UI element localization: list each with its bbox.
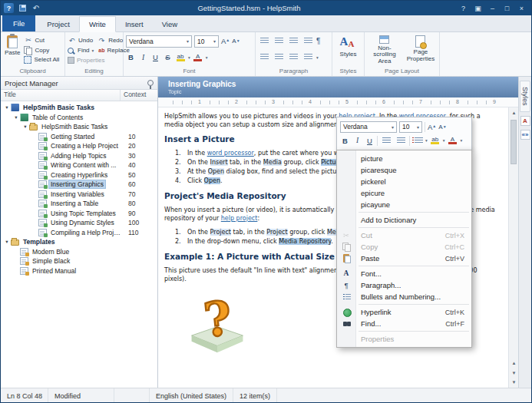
scrollbar-thumb[interactable]: [511, 120, 517, 164]
mini-bullet-list-button[interactable]: [412, 137, 423, 144]
strikethrough-button[interactable]: S: [163, 51, 173, 63]
find-button[interactable]: Find▾: [68, 45, 94, 55]
tree-item-table-of-contents[interactable]: ▾Table of Contents: [1, 113, 157, 123]
select-all-button[interactable]: Select All: [24, 55, 59, 64]
status-language[interactable]: English (United States): [150, 388, 233, 403]
tree-item-adding-help-topics[interactable]: Adding Help Topics30: [1, 151, 157, 161]
cut-button[interactable]: ✂Cut: [24, 35, 59, 45]
menu-item-picture[interactable]: picture: [337, 153, 471, 164]
underline-button[interactable]: U: [150, 51, 160, 63]
mini-highlight-button[interactable]: ab: [430, 137, 441, 144]
decrease-indent-button[interactable]: [287, 35, 299, 47]
tree-item-inserting-variables[interactable]: Inserting Variables70: [1, 190, 157, 200]
line-spacing-button[interactable]: ▾: [316, 55, 319, 60]
menu-item-epicure[interactable]: epicure: [337, 187, 471, 199]
copy-button[interactable]: Copy: [24, 45, 59, 55]
doc-link[interactable]: word processor: [207, 150, 254, 157]
grow-font-button[interactable]: A▲: [221, 37, 230, 45]
page-properties-button[interactable]: Page Properties: [405, 34, 437, 66]
tree-item-using-dynamic-styles[interactable]: Using Dynamic Styles100: [1, 218, 157, 228]
scroll-up2-icon[interactable]: ▲: [510, 358, 518, 368]
tab-file[interactable]: File: [2, 15, 35, 31]
tree-item-inserting-a-table[interactable]: Inserting a Table80: [1, 199, 157, 209]
mini-font-family-combo[interactable]: Verdana▾: [340, 121, 397, 133]
menu-item-bullets-and-numbering[interactable]: Bullets and Numbering...: [337, 291, 471, 302]
ribbon-display-icon[interactable]: ▣: [471, 2, 484, 14]
maximize-button[interactable]: □: [501, 2, 514, 14]
page-down-icon[interactable]: ▼: [510, 378, 518, 387]
mini-shrink-font-button[interactable]: A▼: [438, 124, 446, 130]
properties-button[interactable]: Properties: [68, 55, 104, 65]
menu-item-find[interactable]: Find...Ctrl+F: [337, 318, 471, 329]
menu-item-add-to-dictionary[interactable]: Add to Dictionary: [337, 214, 471, 226]
tree-item-helpsmith-basic-tasks[interactable]: ▾HelpSmith Basic Tasks: [1, 122, 157, 132]
styles-button[interactable]: AA Styles: [338, 34, 359, 66]
highlight-color-button[interactable]: ab: [175, 54, 186, 61]
close-button[interactable]: ×: [515, 2, 528, 14]
tree-item-getting-started[interactable]: Getting Started10: [1, 132, 157, 142]
menu-item-paragraph[interactable]: ¶Paragraph...: [337, 279, 471, 291]
mini-italic-button[interactable]: I: [352, 135, 362, 147]
expand-arrow-icon[interactable]: ▾: [3, 239, 11, 245]
minimize-button[interactable]: –: [486, 2, 499, 14]
mini-bold-button[interactable]: B: [340, 135, 350, 147]
menu-item-cut[interactable]: ✂CutCtrl+X: [337, 230, 471, 241]
shrink-font-button[interactable]: A▼: [232, 38, 240, 45]
save-icon[interactable]: [17, 3, 28, 14]
dynamic-styles-icon[interactable]: A: [520, 116, 530, 126]
paste-button[interactable]: Paste: [3, 34, 21, 66]
tree-item-compiling-a-help-project[interactable]: Compiling a Help Project110: [1, 228, 157, 238]
scroll-down-icon[interactable]: ▼: [510, 368, 518, 378]
tree-item-creating-hyperlinks[interactable]: Creating Hyperlinks50: [1, 170, 157, 180]
tree-item-helpsmith-basic-tasks[interactable]: ▾HelpSmith Basic Tasks: [1, 103, 157, 113]
font-family-combo[interactable]: Verdana▾: [126, 35, 192, 48]
chevron-down-icon[interactable]: ▾: [206, 55, 208, 60]
menu-item-picaresque[interactable]: picaresque: [337, 164, 471, 176]
mini-align-left-button[interactable]: [380, 135, 392, 147]
menu-item-copy[interactable]: CopyCtrl+C: [337, 241, 471, 253]
menu-item-paste[interactable]: PasteCtrl+V: [337, 253, 471, 264]
mini-grow-font-button[interactable]: A▲: [428, 123, 436, 131]
tree-item-printed-manual[interactable]: Printed Manual: [1, 266, 157, 276]
bold-button[interactable]: B: [126, 51, 136, 63]
expand-arrow-icon[interactable]: ▾: [3, 104, 11, 111]
mini-align-center-button[interactable]: [395, 135, 407, 147]
menu-item-properties[interactable]: Properties: [337, 333, 471, 345]
expand-arrow-icon[interactable]: ▾: [12, 114, 20, 121]
undo-icon[interactable]: ↶: [31, 3, 41, 14]
mini-underline-button[interactable]: U: [365, 135, 375, 147]
tree-item-writing-content-with[interactable]: Writing Content with ...40: [1, 160, 157, 170]
format-panel-icon[interactable]: «»: [520, 130, 530, 140]
chevron-down-icon[interactable]: ▾: [425, 138, 428, 143]
show-formatting-button[interactable]: ¶: [316, 37, 320, 45]
bullet-list-button[interactable]: [258, 35, 270, 47]
menu-item-hyperlink[interactable]: HyperlinkCtrl+K: [337, 306, 471, 318]
pin-icon[interactable]: [147, 80, 154, 86]
menu-item-font[interactable]: AFont...: [337, 268, 471, 279]
undo-button[interactable]: ↶Undo: [68, 35, 93, 45]
expand-arrow-icon[interactable]: ▾: [21, 124, 29, 130]
tree-item-inserting-graphics[interactable]: Inserting Graphics60: [1, 180, 157, 190]
mini-font-color-button[interactable]: A: [448, 137, 458, 144]
redo-button[interactable]: ↷Redo: [97, 35, 123, 45]
tab-write[interactable]: Write: [79, 16, 116, 32]
align-center-button[interactable]: [273, 51, 285, 63]
menu-item-picayune[interactable]: picayune: [337, 199, 471, 210]
column-header-title[interactable]: Title: [1, 90, 121, 101]
column-header-context[interactable]: Context: [121, 90, 157, 101]
doc-link[interactable]: help project: [221, 215, 258, 222]
menu-item-pickerel[interactable]: pickerel: [337, 176, 471, 187]
non-scrolling-area-button[interactable]: Non-scrolling Area: [367, 34, 402, 66]
editor-scrollbar[interactable]: ▲ ▲ ▼ ▼: [508, 107, 518, 388]
increase-indent-button[interactable]: [302, 35, 314, 47]
tree-item-templates[interactable]: ▾Templates: [1, 237, 157, 247]
tree-item-simple-black[interactable]: Simple Black: [1, 256, 157, 266]
tree-item-modern-blue[interactable]: Modern Blue: [1, 247, 157, 257]
tab-project[interactable]: Project: [38, 17, 79, 31]
help-icon[interactable]: ?: [457, 2, 470, 14]
font-size-combo[interactable]: 10▾: [194, 35, 219, 48]
ruler[interactable]: 123456789: [158, 97, 518, 107]
tree-item-using-topic-templates[interactable]: Using Topic Templates90: [1, 209, 157, 219]
app-logo-icon[interactable]: ?: [4, 3, 14, 13]
scroll-up-icon[interactable]: ▲: [510, 108, 518, 117]
